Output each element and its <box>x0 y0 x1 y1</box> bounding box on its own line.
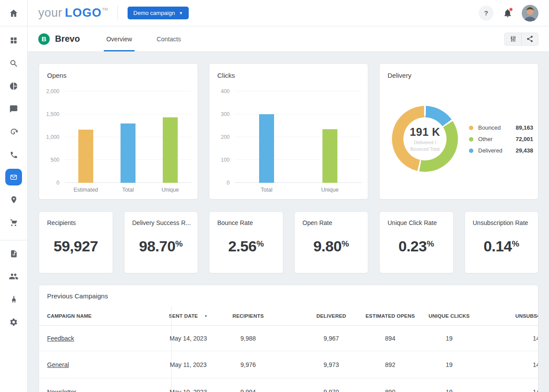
y-axis-tick: 500 <box>51 157 59 163</box>
stat-label: Bounce Rate <box>217 219 278 226</box>
tab-overview-label: Overview <box>106 36 132 43</box>
help-button[interactable]: ? <box>479 6 494 21</box>
table-cell: 14 <box>533 335 538 342</box>
column-header[interactable]: DELIVERED <box>316 313 346 319</box>
legend-dot <box>469 126 473 130</box>
stat-suffix: % <box>176 239 183 248</box>
legend-label: Delivered <box>478 147 512 154</box>
shopping-cart-icon <box>9 218 18 227</box>
x-axis-label: Unique <box>321 187 339 193</box>
stat-value: 59,927 <box>39 238 113 255</box>
topbar: your LOGO TM Demo campaign ▼ ? <box>0 0 549 26</box>
opens-chart-card: Opens 05001,0001,5002,000EstimatedTotalU… <box>39 63 198 200</box>
chart-bar <box>78 130 93 183</box>
campaign-link[interactable]: Feedback <box>47 335 74 342</box>
sidebar-item-location[interactable] <box>5 191 22 208</box>
sliders-icon <box>509 35 517 43</box>
stat-value: 9.80% <box>295 238 368 255</box>
stats-row: Recipients59,927Delivery Success R...98.… <box>39 211 538 273</box>
sidebar-item-settings[interactable] <box>5 313 22 331</box>
y-axis-tick: 2,000 <box>46 88 59 94</box>
sidebar-item-apps[interactable] <box>5 32 22 49</box>
table-row: NewsletterMay 10, 20239,9949,9708901914 <box>39 378 538 392</box>
app-title: Brevo <box>55 34 80 44</box>
sidebar-item-conversations[interactable] <box>5 100 22 118</box>
notification-dot <box>509 7 513 11</box>
filter-settings-button[interactable] <box>505 33 521 45</box>
avatar[interactable] <box>522 5 538 22</box>
legend-value: 29,438 <box>512 147 533 154</box>
sort-caret-icon: ▼ <box>204 314 208 318</box>
tab-overview[interactable]: Overview <box>104 26 135 51</box>
sidebar-item-ecommerce[interactable] <box>5 214 22 231</box>
gridline <box>235 91 362 91</box>
sidebar-divider <box>0 240 28 240</box>
legend-label: Bounced <box>478 124 512 131</box>
clicks-chart-card: Clicks 0100200300400TotalUnique <box>209 63 368 200</box>
topbar-body: your LOGO TM Demo campaign ▼ ? <box>28 0 549 26</box>
legend-dot <box>469 149 473 153</box>
column-header[interactable]: RECIPIENTS <box>232 313 264 319</box>
tab-contacts-label: Contacts <box>157 36 181 43</box>
share-button[interactable] <box>521 33 538 45</box>
column-header[interactable]: ESTIMATED OPENS <box>366 313 415 319</box>
column-header[interactable]: UNSUBSCRIBED <box>515 313 538 319</box>
table-cell: 14 <box>533 361 538 368</box>
stat-value: 0.14% <box>465 238 538 255</box>
location-pin-icon <box>10 196 18 204</box>
logo-main: LOGO <box>65 6 102 20</box>
sidebar-item-contacts[interactable] <box>5 268 22 285</box>
gridline <box>235 114 362 114</box>
campaign-link[interactable]: General <box>47 361 69 368</box>
y-axis-tick: 300 <box>221 111 230 117</box>
automation-icon <box>9 127 18 137</box>
notifications-button[interactable] <box>500 6 515 21</box>
gridline <box>65 114 191 114</box>
column-header[interactable]: UNIQUE CLICKS <box>428 313 469 319</box>
tabs: Overview Contacts <box>104 26 203 51</box>
y-axis-tick: 1,500 <box>46 111 59 117</box>
donut-center-label: Delivered / Bounced Total <box>410 139 439 152</box>
apps-grid-icon <box>9 36 18 45</box>
legend-item: Bounced89,163 <box>469 124 533 131</box>
y-axis-tick: 1,000 <box>46 134 59 140</box>
y-axis-tick: 100 <box>221 157 230 163</box>
sidebar-item-email-campaigns[interactable] <box>5 169 22 185</box>
opens-bar-chart: 05001,0001,5002,000EstimatedTotalUnique <box>65 91 191 183</box>
donut-center-label-line2: Bounced Total <box>410 146 439 152</box>
table-cell: 892 <box>385 361 395 368</box>
table-cell: 19 <box>446 335 453 342</box>
sidebar-item-statistics[interactable] <box>5 77 22 95</box>
chart-title: Opens <box>47 72 66 79</box>
table-cell: 19 <box>446 388 453 392</box>
column-header[interactable]: SENT DATE▼ <box>169 313 208 319</box>
table-cell: 9,976 <box>240 361 256 368</box>
table-cell: 9,973 <box>323 361 339 368</box>
legend-item: Delivered29,438 <box>469 147 533 154</box>
tab-contacts[interactable]: Contacts <box>154 26 183 51</box>
sidebar-item-reports[interactable] <box>5 245 22 262</box>
brevo-logo-letter: B <box>42 35 47 43</box>
table-header-row: CAMPAIGN NAMESENT DATE▼RECIPIENTSDELIVER… <box>39 306 538 326</box>
sidebar-item-phone[interactable] <box>5 146 22 163</box>
stat-label: Open Rate <box>303 219 363 226</box>
your-logo[interactable]: your LOGO TM <box>38 6 108 20</box>
campaign-link[interactable]: Newsletter <box>47 388 76 392</box>
table-row: FeedbackMay 14, 20239,9889,9678941914 <box>39 326 538 351</box>
sidebar-item-search[interactable] <box>5 54 22 72</box>
campaign-dropdown-button[interactable]: Demo campaign ▼ <box>128 7 189 19</box>
stat-value: 98.70% <box>124 238 198 255</box>
y-axis-tick: 200 <box>221 134 230 140</box>
stat-card: Unsubscription Rate0.14% <box>465 211 539 273</box>
stat-suffix: % <box>512 239 519 248</box>
clicks-bar-chart: 0100200300400TotalUnique <box>235 91 362 183</box>
legend-value: 72,001 <box>512 136 533 142</box>
home-button[interactable] <box>0 0 28 26</box>
question-mark-icon: ? <box>484 9 488 17</box>
sidebar-item-integrations[interactable] <box>5 290 22 308</box>
stat-value: 2.56% <box>209 238 283 255</box>
column-header[interactable]: CAMPAIGN NAME <box>47 313 92 319</box>
gridline <box>235 160 362 160</box>
sidebar-item-automation[interactable] <box>5 123 22 141</box>
main: B Brevo Overview Contacts <box>28 26 549 392</box>
